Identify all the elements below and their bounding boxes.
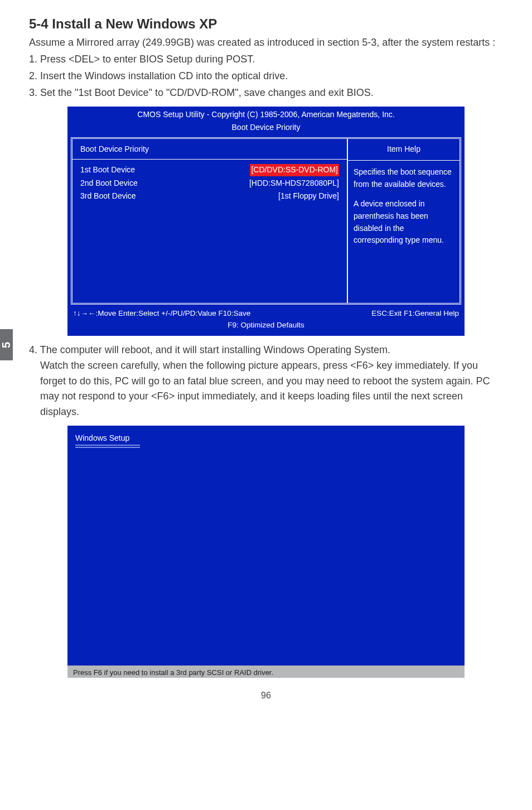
bios-footer-right: ESC:Exit F1:General Help: [371, 308, 459, 320]
bios-row-label: 3rd Boot Device: [80, 190, 136, 202]
bios-footer-line2: F9: Optimized Defaults: [73, 320, 459, 331]
bios-frame: Boot Device Priority 1st Boot Device [CD…: [71, 137, 461, 305]
winsetup-rule: [75, 447, 140, 448]
section-title: 5-4 Install a New Windows XP: [29, 13, 503, 34]
bios-title: CMOS Setup Utility - Copyright (C) 1985-…: [67, 107, 465, 122]
step-3: 3. Set the "1st Boot Device" to "CD/DVD-…: [29, 85, 503, 101]
bios-row-value: [1st Floppy Drive]: [278, 190, 339, 202]
page-number: 96: [29, 689, 503, 703]
bios-subtitle: Boot Device Priority: [67, 122, 465, 137]
step-4-line1: 4. The computer will reboot, and it will…: [40, 343, 503, 358]
chapter-tab-label: 5: [0, 341, 15, 348]
windows-setup-statusbar: Press F6 if you need to install a 3rd pa…: [67, 666, 465, 678]
bios-screenshot: CMOS Setup Utility - Copyright (C) 1985-…: [67, 107, 465, 336]
bios-left-pane: Boot Device Priority 1st Boot Device [CD…: [72, 139, 348, 303]
bios-help-pane: Item Help Specifies the boot sequence fr…: [348, 139, 460, 303]
bios-row-label: 1st Boot Device: [80, 164, 135, 176]
bios-row-2: 2nd Boot Device [HDD:SM-HDS728080PL]: [80, 177, 339, 190]
bios-help-header: Item Help: [348, 143, 460, 161]
intro-paragraph: Assume a Mirrored array (249.99GB) was c…: [29, 35, 503, 51]
windows-setup-title: Windows Setup: [75, 432, 129, 445]
chapter-tab: 5: [0, 329, 13, 360]
bios-help-p1: Specifies the boot sequence from the ava…: [354, 166, 454, 190]
bios-left-header: Boot Device Priority: [80, 143, 339, 159]
bios-help-p2: A device enclosed in parenthesis has bee…: [354, 198, 454, 247]
step-2: 2. Insert the Windows installation CD in…: [29, 69, 503, 84]
bios-row-1: 1st Boot Device [CD/DVD:SS-DVD-ROM]: [80, 164, 339, 176]
step-1: 1. Press <DEL> to enter BIOS Setup durin…: [29, 52, 503, 68]
windows-setup-screenshot: Windows Setup Press F6 if you need to in…: [67, 426, 465, 678]
bios-row-value: [HDD:SM-HDS728080PL]: [249, 177, 339, 190]
bios-row-3: 3rd Boot Device [1st Floppy Drive]: [80, 190, 339, 202]
bios-row-label: 2nd Boot Device: [80, 177, 138, 190]
winsetup-rule: [75, 445, 140, 446]
bios-footer: ↑↓→←:Move Enter:Select +/-/PU/PD:Value F…: [67, 305, 465, 336]
bios-footer-left: ↑↓→←:Move Enter:Select +/-/PU/PD:Value F…: [73, 308, 250, 320]
step-4-body: Watch the screen carefully, when the fol…: [40, 358, 503, 421]
bios-row-value-selected: [CD/DVD:SS-DVD-ROM]: [250, 164, 339, 176]
